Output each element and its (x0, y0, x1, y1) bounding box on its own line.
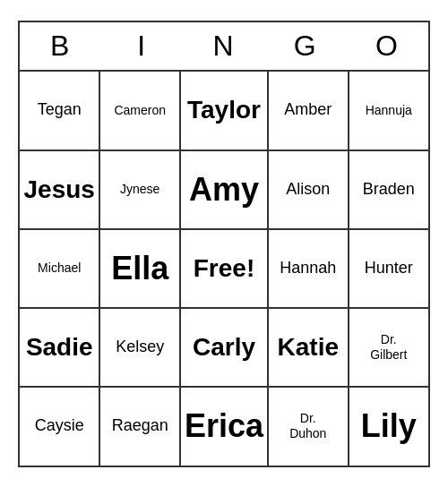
cell-text: Taylor (187, 95, 261, 125)
bingo-cell: Caysie (20, 387, 99, 466)
bingo-cell: Jynese (99, 150, 179, 229)
cell-text: Caysie (35, 416, 84, 436)
bingo-cell: Ella (99, 229, 179, 308)
bingo-cell: Braden (349, 150, 428, 229)
bingo-card: BINGO TeganCameronTaylorAmberHannujaJesu… (18, 21, 430, 467)
bingo-cell: Katie (268, 308, 348, 387)
cell-text: Erica (185, 406, 263, 445)
bingo-cell: Tegan (20, 72, 99, 150)
cell-text: Dr. Gilbert (370, 332, 407, 363)
cell-text: Sadie (26, 332, 93, 363)
header-letter: G (265, 22, 347, 70)
cell-text: Amy (189, 170, 259, 209)
header-letter: N (183, 22, 264, 70)
bingo-cell: Free! (180, 229, 268, 308)
header-letter: O (347, 22, 428, 70)
bingo-cell: Dr. Duhon (268, 387, 348, 466)
cell-text: Tegan (38, 100, 82, 120)
header-letter: B (20, 22, 101, 70)
cell-text: Ella (111, 249, 168, 287)
bingo-cell: Alison (268, 150, 348, 229)
cell-text: Katie (278, 332, 339, 363)
cell-text: Hannuja (366, 103, 412, 118)
bingo-cell: Dr. Gilbert (349, 308, 428, 387)
bingo-cell: Lily (349, 387, 428, 466)
cell-text: Braden (363, 180, 415, 200)
cell-text: Kelsey (116, 337, 164, 357)
bingo-cell: Kelsey (99, 308, 179, 387)
cell-text: Raegan (112, 416, 168, 436)
bingo-cell: Taylor (180, 72, 268, 150)
bingo-cell: Carly (180, 308, 268, 387)
bingo-cell: Michael (20, 229, 99, 308)
bingo-cell: Hannah (268, 229, 348, 308)
cell-text: Carly (193, 332, 255, 363)
bingo-header: BINGO (20, 22, 428, 72)
cell-text: Hannah (280, 259, 336, 278)
cell-text: Dr. Duhon (289, 411, 326, 441)
bingo-grid: TeganCameronTaylorAmberHannujaJesusJynes… (20, 72, 428, 466)
cell-text: Amber (284, 100, 332, 120)
bingo-cell: Amy (180, 150, 268, 229)
cell-text: Jynese (120, 182, 159, 197)
bingo-cell: Hannuja (349, 72, 428, 150)
bingo-cell: Erica (180, 387, 268, 466)
cell-text: Free! (194, 253, 254, 284)
bingo-cell: Jesus (20, 150, 99, 229)
cell-text: Michael (38, 261, 81, 276)
bingo-cell: Sadie (20, 308, 99, 387)
cell-text: Cameron (114, 103, 166, 118)
bingo-cell: Amber (268, 72, 348, 150)
bingo-cell: Cameron (99, 72, 179, 150)
cell-text: Jesus (24, 175, 95, 205)
header-letter: I (101, 22, 183, 70)
cell-text: Lily (361, 406, 417, 445)
cell-text: Alison (286, 180, 330, 200)
bingo-cell: Hunter (349, 229, 428, 308)
cell-text: Hunter (365, 259, 413, 278)
bingo-cell: Raegan (99, 387, 179, 466)
